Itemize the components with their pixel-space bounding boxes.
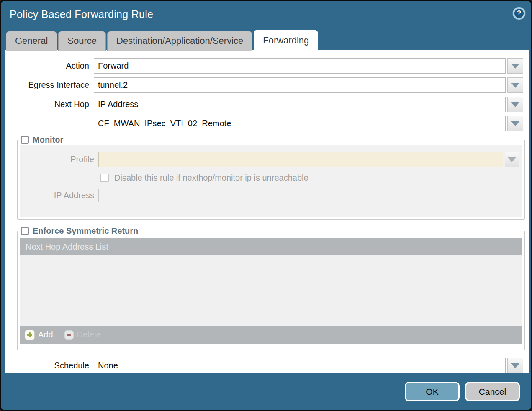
next-hop-address-list-table: Next Hop Address List Add Delete — [20, 238, 522, 344]
delete-button-label: Delete — [77, 330, 101, 340]
next-hop-address-combo — [94, 116, 523, 131]
tab-source[interactable]: Source — [58, 31, 106, 51]
schedule-dropdown-button[interactable] — [507, 358, 523, 373]
tab-general[interactable]: General — [6, 31, 57, 51]
action-dropdown-button[interactable] — [507, 58, 523, 74]
tab-forwarding[interactable]: Forwarding — [254, 30, 318, 51]
chevron-down-icon — [508, 157, 516, 162]
pbf-rule-dialog: Policy Based Forwarding Rule ? General S… — [0, 0, 532, 411]
schedule-combo — [94, 358, 523, 373]
chevron-down-icon — [511, 83, 519, 88]
chevron-down-icon — [511, 363, 519, 368]
next-hop-label: Next Hop — [5, 100, 94, 109]
add-button-label: Add — [38, 330, 53, 340]
enforce-symmetric-return-legend: Enforce Symmetric Return — [20, 226, 141, 236]
tab-bar: General Source Destination/Application/S… — [6, 30, 319, 51]
profile-combo — [98, 152, 519, 167]
next-hop-address-list-body — [20, 255, 522, 326]
monitor-group-body: Profile Disable this rule if nexthop/mon… — [20, 145, 522, 217]
plus-icon — [25, 330, 35, 340]
egress-interface-input[interactable] — [94, 77, 506, 93]
enforce-symmetric-return-legend-label: Enforce Symmetric Return — [33, 226, 138, 236]
minus-icon — [64, 330, 74, 340]
egress-interface-row: Egress Interface — [5, 77, 523, 93]
schedule-row: Schedule — [5, 358, 523, 373]
next-hop-address-input[interactable] — [94, 116, 506, 131]
next-hop-type-input[interactable] — [94, 97, 506, 112]
next-hop-address-list-header: Next Hop Address List — [20, 238, 522, 255]
next-hop-address-dropdown-button[interactable] — [507, 116, 523, 131]
action-label: Action — [5, 61, 94, 71]
monitor-group: Monitor Profile Disable this rule if nex… — [17, 135, 525, 220]
disable-rule-row: Disable this rule if nexthop/monitor ip … — [20, 173, 520, 183]
profile-label: Profile — [20, 155, 98, 164]
action-input[interactable] — [94, 58, 506, 74]
ok-button[interactable]: OK — [405, 382, 460, 401]
chevron-down-icon — [511, 102, 519, 107]
profile-row: Profile — [20, 152, 519, 167]
chevron-down-icon — [511, 64, 519, 69]
monitor-ip-address-wrap — [98, 189, 519, 202]
cancel-button[interactable]: Cancel — [465, 382, 520, 401]
dialog-title: Policy Based Forwarding Rule — [10, 8, 153, 20]
chevron-down-icon — [511, 121, 519, 126]
tab-destination-application-service[interactable]: Destination/Application/Service — [107, 31, 252, 51]
profile-input — [98, 152, 503, 167]
enforce-symmetric-return-group: Enforce Symmetric Return Next Hop Addres… — [17, 226, 525, 350]
monitor-ip-address-row: IP Address — [20, 189, 519, 202]
add-button[interactable]: Add — [25, 330, 53, 340]
action-combo — [94, 58, 523, 74]
next-hop-address-list-toolbar: Add Delete — [20, 326, 522, 344]
help-icon[interactable]: ? — [513, 7, 525, 20]
disable-rule-checkbox — [100, 174, 109, 182]
delete-button: Delete — [64, 330, 101, 340]
monitor-ip-address-input — [98, 189, 519, 202]
next-hop-type-combo — [94, 97, 523, 112]
action-row: Action — [5, 58, 523, 74]
forwarding-tab-content: Action Egress Interface Next Hop — [5, 50, 529, 373]
monitor-ip-address-label: IP Address — [20, 191, 98, 200]
enforce-symmetric-return-checkbox[interactable] — [21, 227, 29, 235]
monitor-checkbox[interactable] — [21, 136, 29, 144]
schedule-label: Schedule — [5, 361, 94, 370]
next-hop-type-dropdown-button[interactable] — [507, 97, 523, 112]
profile-dropdown-button — [505, 152, 519, 167]
next-hop-row: Next Hop — [5, 97, 523, 112]
help-glyph: ? — [517, 9, 521, 18]
egress-interface-label: Egress Interface — [5, 80, 94, 90]
next-hop-address-row — [5, 116, 523, 131]
egress-interface-dropdown-button[interactable] — [507, 77, 523, 93]
egress-interface-combo — [94, 77, 523, 93]
monitor-legend: Monitor — [20, 135, 67, 145]
schedule-input[interactable] — [94, 358, 506, 373]
monitor-legend-label: Monitor — [33, 135, 63, 145]
dialog-footer: OK Cancel — [405, 382, 520, 401]
disable-rule-label: Disable this rule if nexthop/monitor ip … — [114, 173, 308, 183]
